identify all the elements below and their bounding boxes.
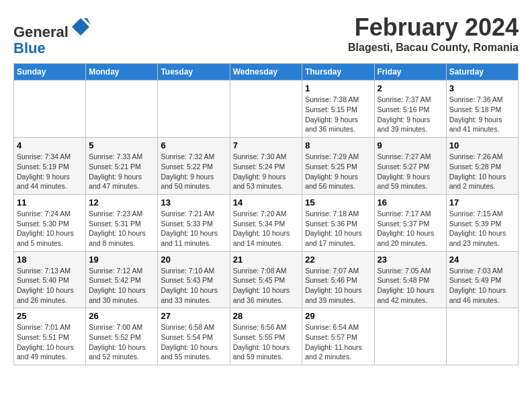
- day-info: Sunrise: 7:18 AMSunset: 5:36 PMDaylight:…: [305, 209, 371, 248]
- calendar-cell: 16Sunrise: 7:17 AMSunset: 5:37 PMDayligh…: [374, 194, 446, 251]
- calendar-cell: [446, 308, 518, 365]
- logo-icon: [71, 17, 91, 37]
- day-number: 9: [378, 140, 443, 150]
- day-number: 1: [305, 83, 371, 93]
- day-number: 22: [305, 255, 371, 265]
- calendar-table: SundayMondayTuesdayWednesdayThursdayFrid…: [13, 63, 519, 365]
- calendar-cell: 26Sunrise: 7:00 AMSunset: 5:52 PMDayligh…: [86, 308, 158, 365]
- day-info: Sunrise: 7:08 AMSunset: 5:45 PMDaylight:…: [233, 266, 300, 306]
- day-number: 6: [161, 140, 226, 150]
- day-info: Sunrise: 7:12 AMSunset: 5:42 PMDaylight:…: [89, 266, 154, 306]
- day-number: 17: [449, 197, 515, 208]
- day-info: Sunrise: 7:13 AMSunset: 5:40 PMDaylight:…: [17, 266, 83, 306]
- main-title: February 2024: [348, 13, 519, 42]
- day-number: 16: [378, 197, 443, 208]
- calendar-cell: 5Sunrise: 7:33 AMSunset: 5:21 PMDaylight…: [86, 138, 158, 195]
- calendar-cell: [374, 308, 446, 365]
- day-info: Sunrise: 7:27 AMSunset: 5:27 PMDaylight:…: [378, 152, 443, 191]
- calendar-cell: 9Sunrise: 7:27 AMSunset: 5:27 PMDaylight…: [374, 138, 446, 195]
- calendar-cell: 6Sunrise: 7:32 AMSunset: 5:22 PMDaylight…: [158, 138, 230, 195]
- calendar-week-5: 25Sunrise: 7:01 AMSunset: 5:51 PMDayligh…: [14, 308, 519, 365]
- day-number: 10: [449, 140, 515, 150]
- calendar-cell: 22Sunrise: 7:07 AMSunset: 5:46 PMDayligh…: [302, 251, 374, 308]
- calendar-cell: 20Sunrise: 7:10 AMSunset: 5:43 PMDayligh…: [158, 251, 230, 308]
- day-info: Sunrise: 7:30 AMSunset: 5:24 PMDaylight:…: [233, 152, 300, 191]
- calendar-cell: 25Sunrise: 7:01 AMSunset: 5:51 PMDayligh…: [14, 308, 86, 365]
- calendar-cell: 14Sunrise: 7:20 AMSunset: 5:34 PMDayligh…: [230, 194, 302, 251]
- calendar-header-saturday: Saturday: [446, 64, 518, 81]
- page-header: General Blue February 2024 Blagesti, Bac…: [13, 13, 519, 56]
- day-info: Sunrise: 7:36 AMSunset: 5:18 PMDaylight:…: [449, 95, 515, 134]
- day-number: 21: [233, 255, 300, 265]
- day-number: 24: [449, 255, 515, 265]
- calendar-header-sunday: Sunday: [14, 64, 86, 81]
- calendar-cell: 8Sunrise: 7:29 AMSunset: 5:25 PMDaylight…: [302, 138, 374, 195]
- calendar-cell: 15Sunrise: 7:18 AMSunset: 5:36 PMDayligh…: [302, 194, 374, 251]
- calendar-cell: 13Sunrise: 7:21 AMSunset: 5:33 PMDayligh…: [158, 194, 230, 251]
- calendar-cell: 28Sunrise: 6:56 AMSunset: 5:55 PMDayligh…: [230, 308, 302, 365]
- day-number: 18: [17, 255, 83, 265]
- calendar-cell: 4Sunrise: 7:34 AMSunset: 5:19 PMDaylight…: [14, 138, 86, 195]
- calendar-cell: [14, 81, 86, 138]
- day-info: Sunrise: 7:17 AMSunset: 5:37 PMDaylight:…: [378, 209, 443, 248]
- day-info: Sunrise: 7:24 AMSunset: 5:30 PMDaylight:…: [17, 209, 83, 248]
- calendar-cell: [230, 81, 302, 138]
- calendar-week-2: 4Sunrise: 7:34 AMSunset: 5:19 PMDaylight…: [14, 138, 519, 195]
- day-info: Sunrise: 7:10 AMSunset: 5:43 PMDaylight:…: [161, 266, 226, 306]
- calendar-header-row: SundayMondayTuesdayWednesdayThursdayFrid…: [14, 64, 519, 81]
- day-info: Sunrise: 7:03 AMSunset: 5:49 PMDaylight:…: [449, 266, 515, 306]
- calendar-cell: 23Sunrise: 7:05 AMSunset: 5:48 PMDayligh…: [374, 251, 446, 308]
- calendar-cell: 3Sunrise: 7:36 AMSunset: 5:18 PMDaylight…: [446, 81, 518, 138]
- day-number: 13: [161, 197, 226, 208]
- calendar-header-tuesday: Tuesday: [158, 64, 230, 81]
- day-number: 8: [305, 140, 371, 150]
- calendar-cell: 17Sunrise: 7:15 AMSunset: 5:39 PMDayligh…: [446, 194, 518, 251]
- calendar-header-wednesday: Wednesday: [230, 64, 302, 81]
- sub-title: Blagesti, Bacau County, Romania: [348, 42, 519, 54]
- day-info: Sunrise: 7:07 AMSunset: 5:46 PMDaylight:…: [305, 266, 371, 306]
- day-info: Sunrise: 6:56 AMSunset: 5:55 PMDaylight:…: [233, 322, 300, 362]
- calendar-cell: 29Sunrise: 6:54 AMSunset: 5:57 PMDayligh…: [302, 308, 374, 365]
- calendar-header-friday: Friday: [374, 64, 446, 81]
- day-number: 27: [161, 311, 226, 321]
- calendar-cell: 12Sunrise: 7:23 AMSunset: 5:31 PMDayligh…: [86, 194, 158, 251]
- calendar-cell: 1Sunrise: 7:38 AMSunset: 5:15 PMDaylight…: [302, 81, 374, 138]
- day-info: Sunrise: 7:34 AMSunset: 5:19 PMDaylight:…: [17, 152, 83, 191]
- logo-blue-text: Blue: [13, 40, 46, 56]
- day-info: Sunrise: 7:20 AMSunset: 5:34 PMDaylight:…: [233, 209, 300, 248]
- day-number: 19: [89, 255, 154, 265]
- calendar-week-4: 18Sunrise: 7:13 AMSunset: 5:40 PMDayligh…: [14, 251, 519, 308]
- calendar-cell: 24Sunrise: 7:03 AMSunset: 5:49 PMDayligh…: [446, 251, 518, 308]
- day-info: Sunrise: 7:38 AMSunset: 5:15 PMDaylight:…: [305, 95, 371, 134]
- day-number: 25: [17, 311, 83, 321]
- day-number: 14: [233, 197, 300, 208]
- calendar-cell: 7Sunrise: 7:30 AMSunset: 5:24 PMDaylight…: [230, 138, 302, 195]
- day-number: 28: [233, 311, 300, 321]
- day-number: 15: [305, 197, 371, 208]
- day-info: Sunrise: 7:01 AMSunset: 5:51 PMDaylight:…: [17, 322, 83, 362]
- day-number: 4: [17, 140, 83, 150]
- day-info: Sunrise: 7:23 AMSunset: 5:31 PMDaylight:…: [89, 209, 154, 248]
- calendar-cell: 10Sunrise: 7:26 AMSunset: 5:28 PMDayligh…: [446, 138, 518, 195]
- calendar-week-1: 1Sunrise: 7:38 AMSunset: 5:15 PMDaylight…: [14, 81, 519, 138]
- day-info: Sunrise: 6:58 AMSunset: 5:54 PMDaylight:…: [161, 322, 226, 362]
- title-area: February 2024 Blagesti, Bacau County, Ro…: [348, 13, 519, 54]
- calendar-cell: 19Sunrise: 7:12 AMSunset: 5:42 PMDayligh…: [86, 251, 158, 308]
- day-info: Sunrise: 7:29 AMSunset: 5:25 PMDaylight:…: [305, 152, 371, 191]
- calendar-cell: [158, 81, 230, 138]
- calendar-cell: 2Sunrise: 7:37 AMSunset: 5:16 PMDaylight…: [374, 81, 446, 138]
- day-info: Sunrise: 7:15 AMSunset: 5:39 PMDaylight:…: [449, 209, 515, 248]
- day-number: 26: [89, 311, 154, 321]
- day-number: 12: [89, 197, 154, 208]
- day-info: Sunrise: 7:37 AMSunset: 5:16 PMDaylight:…: [378, 95, 443, 134]
- day-number: 23: [378, 255, 443, 265]
- day-info: Sunrise: 7:00 AMSunset: 5:52 PMDaylight:…: [89, 322, 154, 362]
- day-number: 2: [378, 83, 443, 93]
- calendar-cell: 27Sunrise: 6:58 AMSunset: 5:54 PMDayligh…: [158, 308, 230, 365]
- logo-general-text: General: [13, 24, 69, 40]
- day-number: 3: [449, 83, 515, 93]
- day-info: Sunrise: 7:32 AMSunset: 5:22 PMDaylight:…: [161, 152, 226, 191]
- calendar-header-thursday: Thursday: [302, 64, 374, 81]
- day-info: Sunrise: 6:54 AMSunset: 5:57 PMDaylight:…: [305, 322, 371, 362]
- day-info: Sunrise: 7:21 AMSunset: 5:33 PMDaylight:…: [161, 209, 226, 248]
